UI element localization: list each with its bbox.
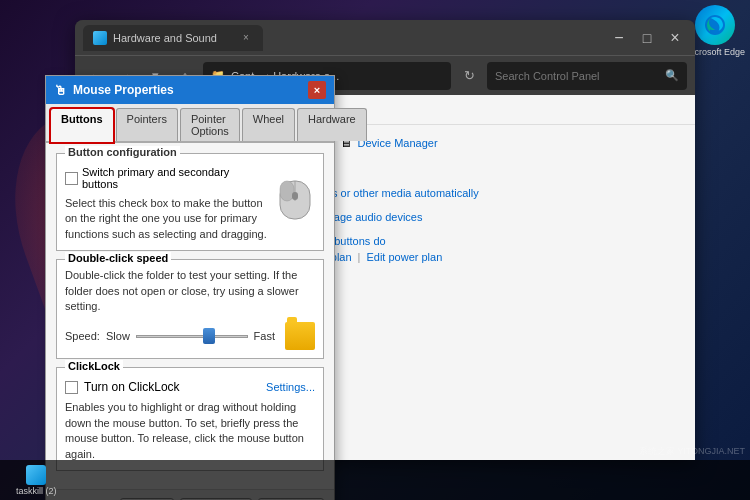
tab-buttons[interactable]: Buttons [50, 108, 114, 143]
folder-test-icon[interactable] [285, 322, 315, 350]
taskbar: taskkill (2) [0, 460, 750, 500]
cp-link-device-manager[interactable]: Device Manager [358, 137, 438, 149]
clicklock-label: Turn on ClickLock [84, 380, 180, 394]
maximize-button[interactable]: □ [635, 26, 659, 50]
mouse-config-row: Switch primary and secondary buttons Sel… [65, 166, 315, 242]
clicklock-settings-link[interactable]: Settings... [266, 381, 315, 393]
dialog-body: Button configuration Switch primary and … [46, 143, 334, 489]
fast-label: Fast [254, 330, 275, 342]
desktop: Microsoft Edge Hardware and Sound × − □ … [0, 0, 750, 500]
speed-slider[interactable] [136, 328, 248, 344]
dialog-titlebar: 🖱 Mouse Properties × [46, 76, 334, 104]
dialog-title: Mouse Properties [73, 83, 308, 97]
search-box[interactable]: Search Control Panel 🔍 [487, 62, 687, 90]
window-controls: − □ × [607, 26, 687, 50]
close-button[interactable]: × [663, 26, 687, 50]
clicklock-title: ClickLock [65, 360, 123, 372]
edge-icon [695, 5, 735, 45]
tab-hardware[interactable]: Hardware [297, 108, 367, 141]
refresh-button[interactable]: ↻ [457, 64, 481, 88]
minimize-button[interactable]: − [607, 26, 631, 50]
tab-close-button[interactable]: × [239, 31, 253, 45]
slow-label: Slow [106, 330, 130, 342]
speed-thumb[interactable] [203, 328, 215, 344]
clicklock-header: Turn on ClickLock Settings... [65, 380, 315, 394]
switch-buttons-label: Switch primary and secondary buttons [82, 166, 267, 190]
tab-title: Hardware and Sound [113, 32, 217, 44]
taskbar-label: taskkill (2) [16, 486, 57, 496]
speed-label: Speed: [65, 330, 100, 342]
double-click-section: Double-click speed Double-click the fold… [56, 259, 324, 359]
tab-pointers[interactable]: Pointers [116, 108, 178, 141]
tab-pointer-options[interactable]: Pointer Options [180, 108, 240, 141]
taskbar-item-taskkill[interactable]: taskkill (2) [8, 463, 65, 498]
switch-buttons-row: Switch primary and secondary buttons [65, 166, 267, 190]
button-config-section: Button configuration Switch primary and … [56, 153, 324, 251]
mouse-properties-dialog: 🖱 Mouse Properties × Buttons Pointers Po… [45, 75, 335, 500]
taskbar-app-icon [26, 465, 46, 485]
mouse-illustration [275, 166, 315, 221]
svg-rect-3 [292, 192, 298, 200]
cp-link-edit-power-plan[interactable]: Edit power plan [366, 251, 442, 263]
double-click-title: Double-click speed [65, 252, 171, 264]
speed-track [136, 335, 248, 338]
watermark: 系统之家 YITONGJIA.NET [639, 445, 745, 458]
dialog-tabs: Buttons Pointers Pointer Options Wheel H… [46, 104, 334, 143]
search-icon[interactable]: 🔍 [665, 69, 679, 82]
clicklock-description: Enables you to highlight or drag without… [65, 401, 304, 459]
double-click-description: Double-click the folder to test your set… [65, 269, 299, 312]
divider-6: | [358, 251, 361, 263]
browser-tab[interactable]: Hardware and Sound × [83, 25, 263, 51]
button-config-title: Button configuration [65, 146, 180, 158]
search-placeholder: Search Control Panel [495, 70, 661, 82]
button-config-description: Select this check box to make the button… [65, 197, 267, 240]
browser-titlebar: Hardware and Sound × − □ × [75, 20, 695, 55]
switch-buttons-checkbox[interactable] [65, 172, 78, 185]
dialog-close-button[interactable]: × [308, 81, 326, 99]
clicklock-section: ClickLock Turn on ClickLock Settings... … [56, 367, 324, 471]
tab-wheel[interactable]: Wheel [242, 108, 295, 141]
tab-favicon [93, 31, 107, 45]
clicklock-checkbox[interactable] [65, 381, 78, 394]
speed-row: Speed: Slow Fast [65, 322, 315, 350]
dialog-title-icon: 🖱 [54, 83, 67, 98]
